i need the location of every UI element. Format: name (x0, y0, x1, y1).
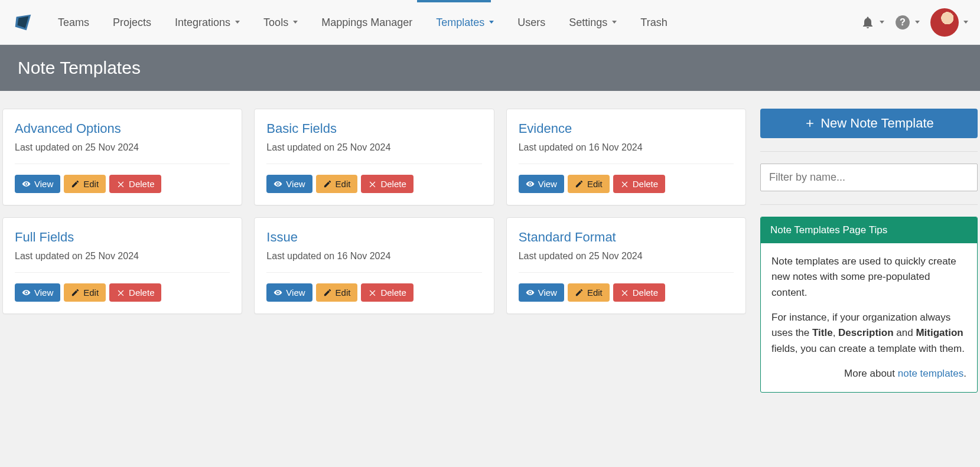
edit-button[interactable]: Edit (64, 175, 106, 193)
bell-icon (861, 15, 875, 30)
edit-button[interactable]: Edit (568, 283, 610, 302)
new-note-template-button[interactable]: New Note Template (760, 109, 978, 138)
tips-panel: Note Templates Page Tips Note templates … (760, 217, 978, 393)
nav-item-label: Integrations (175, 0, 230, 45)
template-title[interactable]: Evidence (519, 121, 734, 136)
edit-button-label: Edit (83, 288, 99, 298)
card-actions: ViewEditDelete (266, 175, 481, 193)
view-button[interactable]: View (15, 175, 60, 193)
card-actions: ViewEditDelete (15, 175, 230, 193)
template-updated: Last updated on 16 Nov 2024 (519, 142, 734, 164)
view-button[interactable]: View (15, 283, 60, 302)
nav-item-tools[interactable]: Tools (252, 0, 310, 45)
close-icon (368, 179, 377, 188)
delete-button[interactable]: Delete (109, 283, 161, 302)
card-actions: ViewEditDelete (519, 283, 734, 302)
chevron-down-icon (880, 21, 884, 24)
nav-item-label: Settings (569, 0, 607, 45)
delete-button[interactable]: Delete (361, 175, 413, 193)
template-updated: Last updated on 25 Nov 2024 (519, 251, 734, 273)
nav-item-label: Tools (263, 0, 288, 45)
delete-button[interactable]: Delete (613, 175, 665, 193)
template-card: Advanced OptionsLast updated on 25 Nov 2… (2, 109, 242, 205)
active-tab-indicator (417, 0, 491, 2)
template-title[interactable]: Issue (266, 230, 481, 245)
navbar-right: ? (861, 8, 968, 37)
template-title[interactable]: Basic Fields (266, 121, 481, 136)
nav-item-trash[interactable]: Trash (629, 0, 679, 45)
delete-button-label: Delete (129, 179, 154, 189)
edit-button-label: Edit (336, 179, 351, 189)
nav-item-projects[interactable]: Projects (101, 0, 163, 45)
tips-more: More about note templates. (771, 366, 966, 381)
pencil-icon (323, 179, 332, 188)
edit-button[interactable]: Edit (64, 283, 106, 302)
main-content: Advanced OptionsLast updated on 25 Nov 2… (0, 91, 980, 410)
pencil-icon (575, 288, 584, 297)
filter-input[interactable] (760, 164, 978, 191)
edit-button[interactable]: Edit (568, 175, 610, 193)
delete-button[interactable]: Delete (613, 283, 665, 302)
new-note-template-label: New Note Template (821, 116, 934, 131)
view-button[interactable]: View (266, 175, 312, 193)
nav-item-label: Templates (436, 0, 484, 45)
note-templates-link[interactable]: note templates (898, 368, 964, 379)
card-actions: ViewEditDelete (15, 283, 230, 302)
edit-button[interactable]: Edit (316, 283, 358, 302)
view-button[interactable]: View (519, 175, 564, 193)
view-button[interactable]: View (266, 283, 312, 302)
eye-icon (526, 179, 535, 188)
nav-item-templates[interactable]: Templates (424, 0, 506, 45)
eye-icon (526, 288, 535, 297)
nav-item-teams[interactable]: Teams (46, 0, 101, 45)
eye-icon (274, 288, 282, 297)
template-updated: Last updated on 16 Nov 2024 (266, 251, 481, 273)
pencil-icon (71, 288, 80, 297)
delete-button-label: Delete (380, 288, 406, 298)
close-icon (116, 179, 125, 188)
chevron-down-icon (235, 21, 240, 24)
delete-button[interactable]: Delete (109, 175, 161, 193)
template-updated: Last updated on 25 Nov 2024 (15, 142, 230, 164)
template-card: EvidenceLast updated on 16 Nov 2024ViewE… (506, 109, 746, 205)
divider (760, 151, 978, 152)
chevron-down-icon (293, 21, 298, 24)
nav-item-integrations[interactable]: Integrations (163, 0, 252, 45)
notifications-button[interactable] (861, 15, 884, 30)
svg-text:?: ? (900, 17, 906, 27)
tips-body: Note templates are used to quickly creat… (761, 243, 977, 392)
templates-grid: Advanced OptionsLast updated on 25 Nov 2… (1, 109, 746, 314)
chevron-down-icon (489, 21, 494, 24)
card-actions: ViewEditDelete (266, 283, 481, 302)
avatar (930, 8, 959, 37)
tips-paragraph: For instance, if your organization alway… (771, 310, 966, 357)
navbar: TeamsProjectsIntegrationsToolsMappings M… (0, 0, 980, 45)
tips-paragraph: Note templates are used to quickly creat… (771, 254, 966, 301)
delete-button[interactable]: Delete (361, 283, 413, 302)
user-menu[interactable] (930, 8, 968, 37)
view-button[interactable]: View (519, 283, 564, 302)
delete-button-label: Delete (129, 288, 154, 298)
app-logo[interactable] (12, 11, 34, 34)
nav-item-settings[interactable]: Settings (557, 0, 629, 45)
delete-button-label: Delete (633, 179, 658, 189)
pencil-icon (323, 288, 332, 297)
close-icon (620, 179, 629, 188)
nav-item-label: Projects (113, 0, 151, 45)
template-title[interactable]: Standard Format (519, 230, 734, 245)
chevron-down-icon (915, 21, 920, 24)
view-button-label: View (34, 179, 53, 189)
nav-item-label: Trash (640, 0, 667, 45)
nav-item-users[interactable]: Users (506, 0, 557, 45)
help-button[interactable]: ? (895, 15, 920, 30)
edit-button[interactable]: Edit (316, 175, 358, 193)
template-card: IssueLast updated on 16 Nov 2024ViewEdit… (254, 217, 494, 314)
delete-button-label: Delete (633, 288, 658, 298)
nav-item-mappings-manager[interactable]: Mappings Manager (310, 0, 424, 45)
chevron-down-icon (963, 21, 968, 24)
close-icon (116, 288, 125, 297)
close-icon (620, 288, 629, 297)
template-card: Standard FormatLast updated on 25 Nov 20… (506, 217, 746, 314)
template-title[interactable]: Advanced Options (15, 121, 230, 136)
template-title[interactable]: Full Fields (15, 230, 230, 245)
